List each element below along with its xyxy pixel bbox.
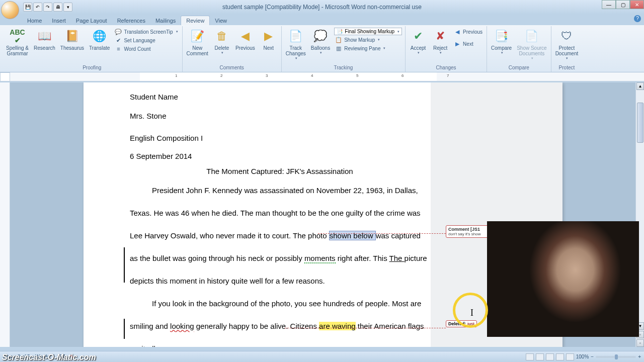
abc-check-icon: ABC✔ — [10, 28, 26, 44]
track-changes-button[interactable]: 📄 Track Changes▾ — [284, 27, 308, 61]
deleted-connector — [285, 328, 446, 328]
inserted-text: The — [389, 254, 405, 262]
set-language-button[interactable]: ✔Set Language — [114, 36, 179, 44]
tab-page-layout[interactable]: Page Layout — [71, 16, 112, 25]
prev-change-icon: ◀ — [454, 28, 461, 35]
ruler-corner[interactable] — [0, 72, 10, 81]
next-comment-button[interactable]: ▶ Next — [258, 27, 279, 52]
translation-screentip-button[interactable]: 💬Translation ScreenTip▾ — [114, 28, 179, 36]
page-down-button[interactable]: ◦ — [636, 339, 644, 347]
group-label-proofing: Proofing — [4, 64, 180, 71]
maximize-button[interactable]: ▢ — [616, 0, 630, 9]
translate-icon: 🌐 — [92, 28, 108, 44]
display-icon: 📑 — [337, 29, 343, 34]
qat-redo-icon[interactable]: ↷ — [43, 3, 52, 12]
change-bar — [124, 319, 125, 339]
comment-connector — [318, 233, 446, 234]
webcam-overlay — [487, 221, 639, 337]
group-label-tracking: Tracking — [284, 64, 403, 71]
protect-document-button[interactable]: 🛡 Protect Document▾ — [553, 27, 581, 61]
track-changes-icon: 📄 — [288, 28, 304, 44]
reviewing-pane-button[interactable]: ▥Reviewing Pane▾ — [334, 44, 402, 52]
zoom-slider[interactable] — [596, 356, 636, 358]
qat-print-icon[interactable]: 🖶 — [53, 3, 62, 12]
print-layout-view-button[interactable] — [526, 353, 534, 360]
tab-view[interactable]: View — [210, 16, 232, 25]
vertical-ruler[interactable] — [0, 82, 10, 347]
accept-button[interactable]: ✔ Accept▾ — [408, 27, 429, 56]
draft-view-button[interactable] — [566, 353, 574, 360]
language-icon: ✔ — [115, 37, 122, 44]
full-screen-view-button[interactable] — [536, 353, 544, 360]
ribbon: ABC✔ Spelling & Grammar 📖 Research 📔 The… — [0, 25, 644, 72]
group-label-protect: Protect — [553, 64, 581, 71]
date-line: 6 September 2014 — [130, 149, 430, 164]
wordcount-icon: ≡ — [115, 45, 122, 52]
spelling-grammar-button[interactable]: ABC✔ Spelling & Grammar — [4, 27, 31, 57]
window-title: student sample [Compatibility Mode] - Mi… — [222, 4, 422, 11]
tab-review[interactable]: Review — [181, 16, 210, 25]
show-source-button[interactable]: 📄 Show Source Documents▾ — [515, 27, 548, 61]
thesaurus-button[interactable]: 📔 Thesaurus — [58, 27, 86, 52]
qat-undo-icon[interactable]: ↶ — [33, 3, 42, 12]
horizontal-ruler[interactable]: 1 2 3 4 5 6 7 — [0, 72, 644, 81]
scroll-up-button[interactable]: ▲ — [636, 82, 644, 90]
reject-button[interactable]: ✘ Reject▾ — [430, 27, 451, 56]
delete-comment-button[interactable]: 🗑 Delete▾ — [211, 27, 232, 56]
outline-view-button[interactable] — [556, 353, 564, 360]
group-label-compare: Compare — [489, 64, 549, 71]
previous-comment-button[interactable]: ◀ Previous — [233, 27, 257, 52]
close-button[interactable]: ✕ — [630, 0, 644, 9]
next-change-icon: ▶ — [454, 40, 461, 47]
scroll-thumb[interactable] — [637, 103, 643, 143]
qat-save-icon[interactable]: 💾 — [23, 3, 32, 12]
tab-mailings[interactable]: Mailings — [150, 16, 181, 25]
display-for-review-dropdown[interactable]: 📑 Final Showing Markup ▾ — [334, 28, 402, 35]
essay-title: The Moment Captured: JFK's Assassination — [130, 164, 430, 179]
course-line: English Composition I — [130, 131, 430, 146]
research-button[interactable]: 📖 Research — [32, 27, 57, 52]
minimize-button[interactable]: — — [602, 0, 616, 9]
balloons-icon: 💭 — [312, 28, 329, 44]
accept-icon: ✔ — [410, 28, 426, 44]
zoom-out-button[interactable]: − — [591, 354, 594, 359]
research-icon: 📖 — [36, 28, 52, 44]
new-comment-button[interactable]: 📝 New Comment — [185, 27, 210, 57]
show-markup-icon: 📋 — [335, 36, 342, 43]
ribbon-tabs: Home Insert Page Layout References Maili… — [0, 14, 644, 25]
tab-insert[interactable]: Insert — [47, 16, 71, 25]
tab-home[interactable]: Home — [22, 16, 47, 25]
new-comment-icon: 📝 — [189, 28, 205, 44]
qat-more-icon[interactable]: ▾ — [63, 3, 72, 12]
paragraph-2: If you look in the background of the pho… — [130, 292, 430, 347]
highlighted-text: are waving — [319, 322, 356, 330]
zoom-level[interactable]: 100% — [576, 354, 589, 359]
web-layout-view-button[interactable] — [546, 353, 554, 360]
show-markup-button[interactable]: 📋Show Markup▾ — [334, 36, 402, 44]
watermark: Screencast-O-Matic.com — [2, 353, 96, 362]
previous-change-button[interactable]: ◀Previous — [453, 28, 484, 36]
status-bar: Page: 2 of 5 Words: 1,137 ✎ 100% − + — [0, 351, 644, 362]
thesaurus-icon: 📔 — [64, 28, 80, 44]
change-bar — [124, 247, 125, 283]
balloons-button[interactable]: 💭 Balloons▾ — [309, 27, 332, 56]
office-button[interactable] — [1, 1, 19, 19]
paragraph-1: President John F. Kennedy was assassinat… — [130, 179, 430, 292]
zoom-in-button[interactable]: + — [638, 354, 641, 359]
group-label-comments: Comments — [185, 64, 279, 71]
text-cursor-icon: I — [470, 308, 473, 318]
help-icon[interactable]: ? — [634, 15, 641, 22]
word-count-button[interactable]: ≡Word Count — [114, 45, 179, 53]
compare-button[interactable]: 📑 Compare▾ — [489, 27, 514, 56]
protect-icon: 🛡 — [558, 28, 575, 44]
compare-icon: 📑 — [494, 28, 510, 44]
tab-references[interactable]: References — [112, 16, 150, 25]
prev-comment-icon: ◀ — [237, 28, 253, 44]
teacher-name-line: Mrs. Stone — [130, 109, 430, 124]
reject-icon: ✘ — [432, 28, 448, 44]
commented-text[interactable]: shown below — [329, 231, 376, 240]
quick-access-toolbar: 💾 ↶ ↷ 🖶 ▾ — [23, 3, 72, 12]
translate-button[interactable]: 🌐 Translate — [87, 27, 112, 52]
next-change-button[interactable]: ▶Next — [453, 40, 484, 48]
document-body[interactable]: Student Name Mrs. Stone English Composit… — [130, 89, 430, 347]
